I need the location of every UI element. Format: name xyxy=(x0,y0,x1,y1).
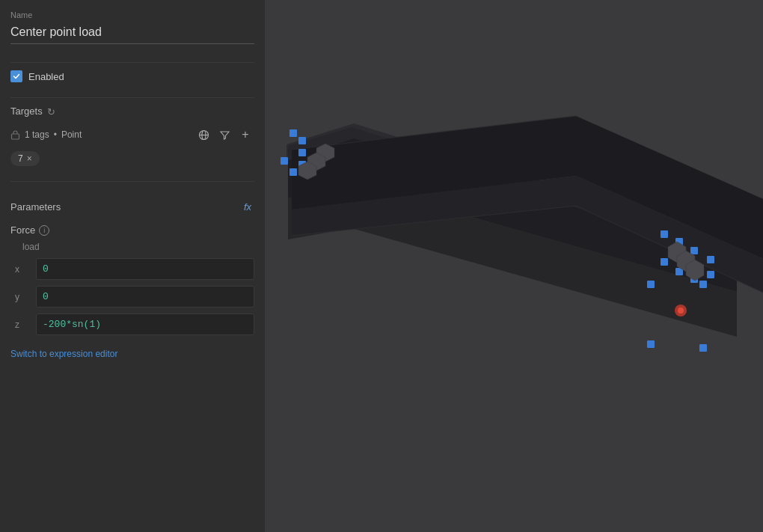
y-row: y xyxy=(10,286,254,308)
divider-2 xyxy=(10,97,254,98)
divider-1 xyxy=(10,62,254,63)
force-info-icon[interactable]: i xyxy=(39,225,49,236)
parameters-title: Parameters xyxy=(10,201,61,213)
z-label: z xyxy=(15,319,36,330)
targets-header: Targets ↻ xyxy=(10,106,254,117)
svg-rect-35 xyxy=(647,340,655,348)
enabled-checkbox[interactable] xyxy=(10,70,22,82)
parameters-header: Parameters fx xyxy=(10,200,254,214)
divider-3 xyxy=(10,181,254,182)
svg-rect-34 xyxy=(699,344,707,352)
filter-button[interactable] xyxy=(215,126,233,144)
svg-rect-0 xyxy=(12,134,19,139)
force-row: Force i xyxy=(10,224,254,236)
z-input[interactable] xyxy=(36,314,254,335)
force-label: Force xyxy=(10,224,35,236)
globe-button[interactable] xyxy=(194,126,212,144)
svg-rect-27 xyxy=(707,271,714,278)
z-row: z xyxy=(10,314,254,335)
svg-rect-26 xyxy=(707,256,714,263)
name-label: Name xyxy=(10,10,254,19)
viewport xyxy=(266,0,763,532)
svg-rect-11 xyxy=(289,129,297,137)
left-panel: Name Enabled Targets ↻ 1 tags • Point xyxy=(0,0,266,532)
3d-viewport-svg xyxy=(266,0,763,532)
x-input[interactable] xyxy=(36,258,254,280)
svg-rect-36 xyxy=(699,281,707,288)
tag-separator: • xyxy=(54,129,57,140)
x-label: x xyxy=(15,264,36,275)
svg-rect-20 xyxy=(661,230,668,238)
y-label: y xyxy=(15,292,36,302)
targets-label: Targets xyxy=(10,106,43,117)
svg-rect-22 xyxy=(690,247,698,254)
svg-rect-33 xyxy=(647,281,655,288)
add-tag-button[interactable]: + xyxy=(236,126,254,144)
fx-button[interactable]: fx xyxy=(241,200,254,214)
tag-type: Point xyxy=(61,129,82,140)
targets-toolbar: 1 tags • Point + xyxy=(10,126,254,144)
switch-expression-link[interactable]: Switch to expression editor xyxy=(10,349,117,359)
svg-rect-16 xyxy=(281,157,288,165)
svg-rect-15 xyxy=(289,168,297,176)
tag-chip-7: 7 × xyxy=(10,151,40,166)
svg-rect-12 xyxy=(298,137,306,144)
svg-rect-23 xyxy=(661,258,668,266)
refresh-icon[interactable]: ↻ xyxy=(47,106,58,117)
enabled-row: Enabled xyxy=(10,70,254,82)
x-row: x xyxy=(10,258,254,280)
svg-point-32 xyxy=(678,308,684,314)
remove-tag-button[interactable]: × xyxy=(27,154,32,163)
tag-count: 1 tags xyxy=(25,129,49,140)
tag-chip-value: 7 xyxy=(18,153,23,164)
tag-chips-area: 7 × xyxy=(10,151,254,166)
beam-container xyxy=(266,0,763,532)
force-sub-label: load xyxy=(22,242,254,252)
name-input[interactable] xyxy=(10,22,254,44)
parameters-section: Parameters fx Force i load x y z xyxy=(10,200,254,367)
tag-info: 1 tags • Point xyxy=(10,129,191,140)
svg-rect-13 xyxy=(298,149,306,156)
lock-icon xyxy=(10,129,20,140)
enabled-label: Enabled xyxy=(28,71,64,82)
y-input[interactable] xyxy=(36,286,254,308)
